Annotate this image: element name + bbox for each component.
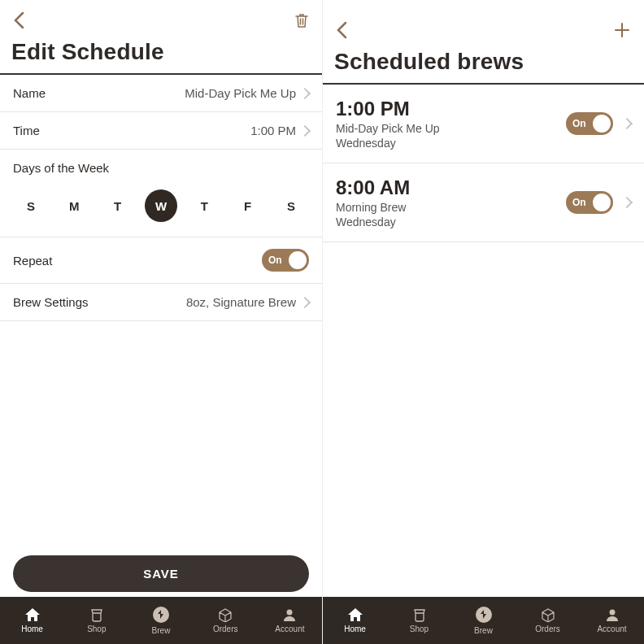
home-icon [24, 607, 41, 622]
day-fri[interactable]: F [232, 189, 264, 222]
brew-icon [152, 606, 170, 624]
topbar [0, 0, 322, 34]
row-time-label: Time [13, 124, 40, 137]
days-label: Days of the Week [13, 161, 309, 175]
save-button[interactable]: SAVE [13, 555, 309, 592]
row-name-label: Name [13, 86, 46, 100]
tab-shop-label: Shop [410, 624, 429, 633]
repeat-toggle-text: On [268, 255, 282, 266]
scheduled-right: On [566, 191, 631, 214]
add-icon[interactable] [613, 21, 631, 39]
chevron-right-icon [621, 197, 633, 208]
row-name-value: Mid-Day Pick Me Up [185, 86, 309, 100]
toggle-knob [289, 251, 307, 269]
scheduled-toggle[interactable]: On [566, 112, 613, 135]
tab-shop[interactable]: Shop [64, 597, 128, 644]
tabbar: Home Shop Brew Orders Account [323, 597, 644, 644]
row-brew-value: 8oz, Signature Brew [186, 295, 309, 309]
tab-account[interactable]: Account [258, 597, 322, 644]
tabbar: Home Shop Brew Orders Account [0, 597, 322, 644]
edit-content: Name Mid-Day Pick Me Up Time 1:00 PM Day… [0, 75, 322, 555]
day-sat[interactable]: S [275, 189, 307, 222]
row-brew-label: Brew Settings [13, 295, 89, 309]
scheduled-list: 1:00 PM Mid-Day Pick Me Up Wednesday On … [323, 85, 644, 597]
tab-account-label: Account [275, 624, 304, 633]
day-sun[interactable]: S [15, 189, 47, 222]
scheduled-name: Mid-Day Pick Me Up [336, 122, 440, 135]
scheduled-day: Wednesday [336, 215, 410, 228]
tab-home-label: Home [21, 624, 43, 633]
tab-brew-label: Brew [152, 626, 171, 635]
tab-orders-label: Orders [535, 624, 560, 633]
scheduled-time: 1:00 PM [336, 98, 440, 120]
toggle-knob [593, 194, 611, 211]
row-name[interactable]: Name Mid-Day Pick Me Up [0, 75, 322, 112]
day-mon[interactable]: M [58, 189, 90, 222]
svg-point-1 [287, 610, 293, 616]
cup-icon [89, 607, 104, 622]
day-wed[interactable]: W [145, 189, 177, 222]
scheduled-info: 8:00 AM Morning Brew Wednesday [336, 176, 410, 228]
scheduled-day: Wednesday [336, 137, 440, 150]
topbar [323, 0, 644, 44]
screen-scheduled-brews: Scheduled brews 1:00 PM Mid-Day Pick Me … [322, 0, 644, 644]
tab-orders-label: Orders [213, 624, 238, 633]
screen-edit-schedule: Edit Schedule Name Mid-Day Pick Me Up Ti… [0, 0, 322, 644]
row-time[interactable]: Time 1:00 PM [0, 112, 322, 150]
scheduled-time: 8:00 AM [336, 176, 410, 199]
chevron-right-icon [299, 87, 311, 98]
tab-account[interactable]: Account [580, 597, 644, 644]
person-icon [605, 607, 620, 622]
box-icon [218, 607, 233, 622]
scheduled-item[interactable]: 1:00 PM Mid-Day Pick Me Up Wednesday On [323, 85, 644, 163]
back-icon[interactable] [13, 11, 24, 29]
toggle-knob [593, 115, 611, 133]
tab-shop-label: Shop [87, 624, 106, 633]
row-repeat: Repeat On [0, 237, 322, 284]
scheduled-toggle[interactable]: On [566, 191, 613, 214]
chevron-right-icon [299, 296, 311, 307]
scheduled-right: On [566, 112, 631, 135]
row-repeat-label: Repeat [13, 254, 52, 268]
svg-point-3 [609, 610, 615, 616]
page-title: Scheduled brews [323, 44, 644, 83]
tab-home[interactable]: Home [0, 597, 64, 644]
home-icon [347, 607, 363, 622]
chevron-right-icon [299, 124, 311, 136]
row-time-value-text: 1:00 PM [250, 124, 296, 137]
tab-brew[interactable]: Brew [128, 597, 193, 644]
row-brew-value-text: 8oz, Signature Brew [186, 295, 296, 309]
row-days: Days of the Week S M T W T F S [0, 150, 322, 237]
tab-orders[interactable]: Orders [194, 597, 258, 644]
scheduled-toggle-text: On [572, 118, 586, 129]
row-name-value-text: Mid-Day Pick Me Up [185, 86, 296, 100]
back-icon[interactable] [336, 21, 347, 39]
tab-brew-label: Brew [474, 626, 493, 635]
trash-icon[interactable] [294, 12, 309, 28]
page-title: Edit Schedule [0, 34, 322, 73]
day-thu[interactable]: T [188, 189, 220, 222]
day-tue[interactable]: T [102, 189, 134, 222]
tab-home[interactable]: Home [323, 597, 387, 644]
repeat-toggle[interactable]: On [262, 249, 309, 272]
scheduled-toggle-text: On [572, 197, 586, 208]
tab-orders[interactable]: Orders [516, 597, 580, 644]
tab-account-label: Account [597, 624, 626, 633]
row-time-value: 1:00 PM [250, 124, 309, 137]
person-icon [282, 607, 297, 622]
scheduled-item[interactable]: 8:00 AM Morning Brew Wednesday On [323, 163, 644, 242]
scheduled-info: 1:00 PM Mid-Day Pick Me Up Wednesday [336, 98, 440, 150]
chevron-right-icon [621, 118, 633, 129]
days-list: S M T W T F S [13, 189, 309, 228]
brew-icon [475, 606, 493, 624]
row-brew-settings[interactable]: Brew Settings 8oz, Signature Brew [0, 284, 322, 321]
tab-shop[interactable]: Shop [387, 597, 451, 644]
box-icon [541, 607, 555, 622]
tab-home-label: Home [344, 624, 366, 633]
scheduled-name: Morning Brew [336, 201, 410, 214]
cup-icon [412, 607, 427, 622]
tab-brew[interactable]: Brew [451, 597, 516, 644]
